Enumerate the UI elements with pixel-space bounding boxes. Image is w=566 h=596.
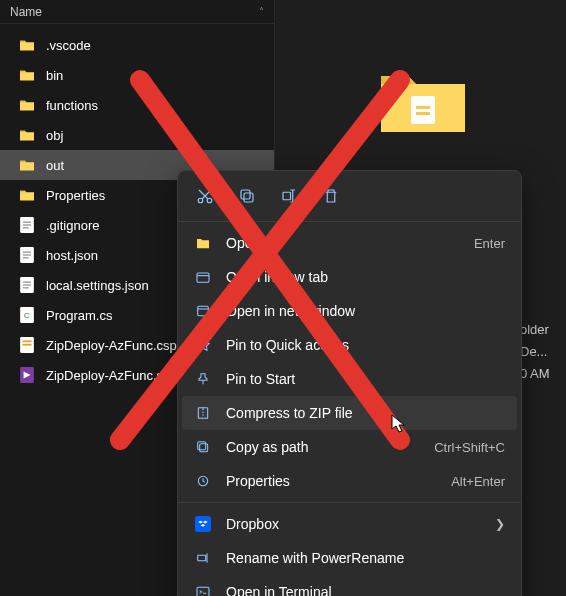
- svg-text:C: C: [24, 311, 30, 320]
- file-icon: [18, 216, 36, 234]
- folder-row[interactable]: bin: [0, 60, 274, 90]
- svg-rect-16: [22, 344, 31, 346]
- details-text-fragment: De...: [520, 344, 547, 359]
- menu-separator: [178, 221, 521, 222]
- menu-item-label: Dropbox: [226, 516, 481, 532]
- menu-item-label: Open in new tab: [226, 269, 505, 285]
- file-label: obj: [46, 128, 63, 143]
- svg-rect-19: [416, 106, 430, 109]
- svg-rect-2: [23, 224, 31, 225]
- cut-icon[interactable]: [194, 185, 216, 207]
- folder-icon: [18, 96, 36, 114]
- svg-rect-27: [198, 306, 209, 315]
- svg-rect-25: [283, 192, 291, 200]
- folder-row[interactable]: functions: [0, 90, 274, 120]
- file-label: host.json: [46, 248, 98, 263]
- menu-item-open-terminal[interactable]: Open in Terminal: [178, 575, 521, 596]
- svg-rect-20: [416, 112, 430, 115]
- menu-item-pin-quick-access[interactable]: Pin to Quick access: [178, 328, 521, 362]
- folder-preview-icon: [378, 66, 468, 136]
- svg-rect-10: [23, 284, 31, 285]
- file-label: functions: [46, 98, 98, 113]
- menu-item-compress-zip[interactable]: Compress to ZIP file: [182, 396, 517, 430]
- menu-item-open[interactable]: Open Enter: [178, 226, 521, 260]
- svg-rect-34: [197, 587, 209, 596]
- file-icon: [18, 276, 36, 294]
- context-menu-quick-actions: [178, 171, 521, 217]
- svg-rect-18: [411, 96, 435, 124]
- column-header-label: Name: [10, 5, 42, 19]
- svg-rect-1: [23, 222, 31, 223]
- properties-icon: [194, 472, 212, 490]
- svg-rect-9: [23, 282, 31, 283]
- menu-item-label: Copy as path: [226, 439, 420, 455]
- menu-item-label: Pin to Quick access: [226, 337, 505, 353]
- pin-icon: [194, 336, 212, 354]
- menu-item-label: Pin to Start: [226, 371, 505, 387]
- menu-item-properties[interactable]: Properties Alt+Enter: [178, 464, 521, 498]
- folder-icon: [18, 126, 36, 144]
- zip-icon: [194, 404, 212, 422]
- menu-item-label: Properties: [226, 473, 437, 489]
- menu-item-accel: Alt+Enter: [451, 474, 505, 489]
- power-rename-icon: [194, 549, 212, 567]
- delete-icon[interactable]: [320, 185, 342, 207]
- chevron-up-icon: ˄: [259, 6, 264, 17]
- svg-rect-33: [198, 555, 206, 560]
- svg-rect-6: [23, 254, 31, 255]
- folder-row[interactable]: obj: [0, 120, 274, 150]
- rename-icon[interactable]: [278, 185, 300, 207]
- file-icon: [18, 366, 36, 384]
- new-tab-icon: [194, 268, 212, 286]
- svg-rect-26: [197, 273, 209, 282]
- menu-item-label: Open in Terminal: [226, 584, 505, 596]
- folder-icon: [18, 36, 36, 54]
- details-text-fragment: older: [520, 322, 549, 337]
- file-label: .vscode: [46, 38, 91, 53]
- menu-item-label: Compress to ZIP file: [226, 405, 505, 421]
- file-label: local.settings.json: [46, 278, 149, 293]
- menu-item-label: Open: [226, 235, 460, 251]
- file-label: Properties: [46, 188, 105, 203]
- open-folder-icon: [194, 234, 212, 252]
- terminal-icon: [194, 583, 212, 596]
- svg-rect-15: [22, 340, 31, 342]
- svg-rect-29: [200, 444, 208, 452]
- svg-rect-7: [23, 257, 29, 258]
- svg-rect-11: [23, 287, 29, 288]
- menu-item-label: Rename with PowerRename: [226, 550, 505, 566]
- file-label: .gitignore: [46, 218, 99, 233]
- menu-item-copy-as-path[interactable]: Copy as path Ctrl+Shift+C: [178, 430, 521, 464]
- copy-path-icon: [194, 438, 212, 456]
- file-label: Program.cs: [46, 308, 112, 323]
- folder-icon: [18, 66, 36, 84]
- file-icon: [18, 246, 36, 264]
- menu-item-open-new-tab[interactable]: Open in new tab: [178, 260, 521, 294]
- svg-rect-3: [23, 227, 29, 228]
- folder-row[interactable]: .vscode: [0, 30, 274, 60]
- folder-icon: [18, 156, 36, 174]
- file-icon: [18, 336, 36, 354]
- context-menu: Open Enter Open in new tab Open in new w…: [177, 170, 522, 596]
- menu-item-open-new-window[interactable]: Open in new window: [178, 294, 521, 328]
- file-label: ZipDeploy-AzFunc.csproj: [46, 338, 191, 353]
- menu-item-label: Open in new window: [226, 303, 505, 319]
- menu-separator: [178, 502, 521, 503]
- pin-start-icon: [194, 370, 212, 388]
- file-label: bin: [46, 68, 63, 83]
- svg-rect-24: [241, 190, 250, 199]
- column-header-name[interactable]: Name ˄: [0, 0, 274, 24]
- chevron-right-icon: ❯: [495, 517, 505, 531]
- details-text-fragment: 0 AM: [520, 366, 550, 381]
- menu-item-power-rename[interactable]: Rename with PowerRename: [178, 541, 521, 575]
- svg-rect-5: [23, 252, 31, 253]
- copy-icon[interactable]: [236, 185, 258, 207]
- menu-item-dropbox[interactable]: Dropbox ❯: [178, 507, 521, 541]
- new-window-icon: [194, 302, 212, 320]
- menu-item-accel: Enter: [474, 236, 505, 251]
- folder-icon: [18, 186, 36, 204]
- dropbox-icon: [194, 515, 212, 533]
- svg-rect-23: [244, 193, 253, 202]
- file-label: ZipDeploy-AzFunc.sln: [46, 368, 173, 383]
- menu-item-pin-start[interactable]: Pin to Start: [178, 362, 521, 396]
